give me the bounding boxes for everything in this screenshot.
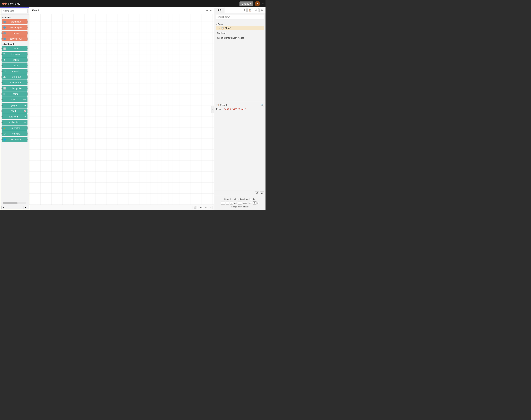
node-dropdown-label: dropdown <box>5 53 26 56</box>
node-text-input-label: text input <box>6 76 26 78</box>
panel-tab3-icon: 📋 <box>249 9 251 12</box>
sidebar-bottom: ▲ ▼ <box>0 205 29 210</box>
tree-item-flow1[interactable]: › 📋 Flow 1 <box>216 26 264 30</box>
flow-info-key: Flow <box>216 108 223 110</box>
colour-picker-icon: ⬜ <box>3 87 6 90</box>
node-form[interactable]: ☰ form <box>2 91 28 97</box>
node-date-picker[interactable]: ☰ date picker <box>2 80 28 85</box>
right-panel: ℹ info ℹ 📋 ⚙ ⚙ <box>214 7 266 210</box>
nudge-refresh-button[interactable]: ↺ <box>255 192 259 195</box>
node-dropdown[interactable]: ☰ dropdown <box>2 52 28 57</box>
canvas-area: Flow 1 + ▾ ‹ ⬜ − ○ + <box>29 7 214 210</box>
left-sidebar: ▾ location 🌐 worldmap 🌐 worldmap in 🌐 tr… <box>0 7 29 210</box>
ui-control-port-right <box>27 127 28 129</box>
global-config-section: › Global Configuration Nodes <box>216 36 264 40</box>
button-icon: ⬜ <box>3 47 6 50</box>
nudge-close-button[interactable]: ✕ <box>260 192 264 195</box>
h-scrollbar-thumb <box>3 202 18 204</box>
node-notification[interactable]: notification ✉ <box>2 120 28 125</box>
key-left: ← <box>221 202 225 205</box>
node-switch-label: switch <box>5 59 26 61</box>
user-avatar[interactable]: js <box>255 1 260 6</box>
category-location[interactable]: ▾ location <box>2 15 28 19</box>
nudge-controls: ↺ ✕ <box>214 191 266 196</box>
info-tab-label: info <box>218 9 222 12</box>
node-ui-control-label: ui control <box>6 127 26 129</box>
h-scrollbar-container <box>0 201 29 205</box>
node-convex-hull[interactable]: 🌐 convex - hull <box>2 36 28 41</box>
audio-out-icon: ≋ <box>24 116 26 118</box>
node-text-label: text <box>3 98 23 101</box>
canvas-zoom-in-button[interactable]: + <box>209 206 213 209</box>
subflows-section-header[interactable]: › Subflows <box>216 31 264 35</box>
template-port-left <box>1 133 2 135</box>
svg-text:≈: ≈ <box>2 3 3 5</box>
node-worldmap2-label: worldmap <box>6 138 26 141</box>
node-numeric[interactable]: 123 numeric <box>2 69 28 74</box>
sidebar-scroll-down[interactable]: ▼ <box>23 206 28 209</box>
node-text[interactable]: text abc <box>2 97 28 102</box>
convex-hull-icon: 🌐 <box>3 38 6 40</box>
node-template[interactable]: </> template <box>2 131 28 136</box>
flows-section-header[interactable]: ▾ Flows <box>216 23 264 26</box>
node-tracks[interactable]: 🌐 tracks <box>2 30 28 36</box>
tracks-port-right <box>27 32 28 34</box>
category-dashboard[interactable]: ▾ dashboard <box>2 42 28 46</box>
dropdown-icon: ☰ <box>3 53 5 56</box>
search-flows-input[interactable] <box>216 15 264 19</box>
global-config-header[interactable]: › Global Configuration Nodes <box>216 36 264 40</box>
panel-tab4-button[interactable]: ⚙ <box>254 8 259 12</box>
node-ui-control[interactable]: ☝ ui control <box>2 125 28 131</box>
canvas-zoom-reset-button[interactable]: ○ <box>204 206 208 209</box>
topbar-right: Deploy ▾ js ≡ <box>239 1 264 6</box>
worldmap-icon: 🌐 <box>3 21 6 23</box>
node-worldmap-in[interactable]: 🌐 worldmap in <box>2 25 28 30</box>
sidebar-scroll-up[interactable]: ▲ <box>1 206 6 209</box>
panel-tab3-button[interactable]: 📋 <box>247 8 253 12</box>
node-gauge[interactable]: gauge ◑ <box>2 103 28 108</box>
node-worldmap2[interactable]: 🌐 worldmap <box>2 137 28 142</box>
canvas-zoom-out-button[interactable]: − <box>199 206 203 209</box>
node-template-label: template <box>6 133 26 135</box>
slider-port-right <box>27 65 28 66</box>
flow-info-search-button[interactable]: 🔍 <box>261 104 264 106</box>
h-scrollbar[interactable] <box>3 202 26 204</box>
deploy-button[interactable]: Deploy ▾ <box>239 1 253 6</box>
node-slider[interactable]: ≡ slider <box>2 63 28 68</box>
more-tabs-button[interactable]: ▾ <box>209 8 212 13</box>
gauge-port-left <box>1 105 2 106</box>
node-worldmap[interactable]: 🌐 worldmap <box>2 19 28 24</box>
node-audio-out[interactable]: audio out ≋ <box>2 114 28 119</box>
tab-actions: + ▾ <box>206 8 214 13</box>
panel-tab5-button[interactable]: ⚙ <box>259 8 265 12</box>
topbar-left: ≈ FlowForge <box>2 1 20 6</box>
panel-tab-info[interactable]: ℹ info <box>214 7 224 13</box>
chart-port-left <box>1 110 2 112</box>
menu-button[interactable]: ≡ <box>262 2 264 6</box>
canvas-grid[interactable]: ‹ <box>29 14 214 205</box>
add-tab-button[interactable]: + <box>206 8 209 13</box>
filter-bar <box>0 8 29 15</box>
node-colour-picker[interactable]: ⬜ colour picker <box>2 86 28 91</box>
node-button-label: button <box>6 47 26 50</box>
date-picker-port-left <box>1 82 2 83</box>
info-tab-icon: ℹ <box>217 9 218 12</box>
filter-input[interactable] <box>2 9 28 13</box>
node-worldmap-in-label: worldmap in <box>6 26 26 29</box>
tab-flow1[interactable]: Flow 1 <box>29 7 42 14</box>
panel-tab2-button[interactable]: ℹ <box>243 8 247 12</box>
canvas-fit-button[interactable]: ⬜ <box>192 206 198 209</box>
node-switch[interactable]: ⚙ switch <box>2 57 28 62</box>
panel-tab5-icon: ⚙ <box>261 9 263 12</box>
nudge-text2: keys. Hold <box>243 202 252 204</box>
collapse-panel-button[interactable]: ‹ <box>211 106 214 113</box>
button-port-right <box>27 48 28 49</box>
node-tracks-label: tracks <box>6 32 26 34</box>
date-picker-port-right <box>27 82 28 83</box>
node-text-input[interactable]: abc text input <box>2 75 28 79</box>
ui-control-port-left <box>1 127 2 129</box>
node-chart[interactable]: chart 📈 <box>2 108 28 114</box>
node-button[interactable]: ⬜ button <box>2 46 28 51</box>
text-input-icon: abc <box>3 76 6 78</box>
nudge-text4-row: nudge them further <box>231 206 249 208</box>
